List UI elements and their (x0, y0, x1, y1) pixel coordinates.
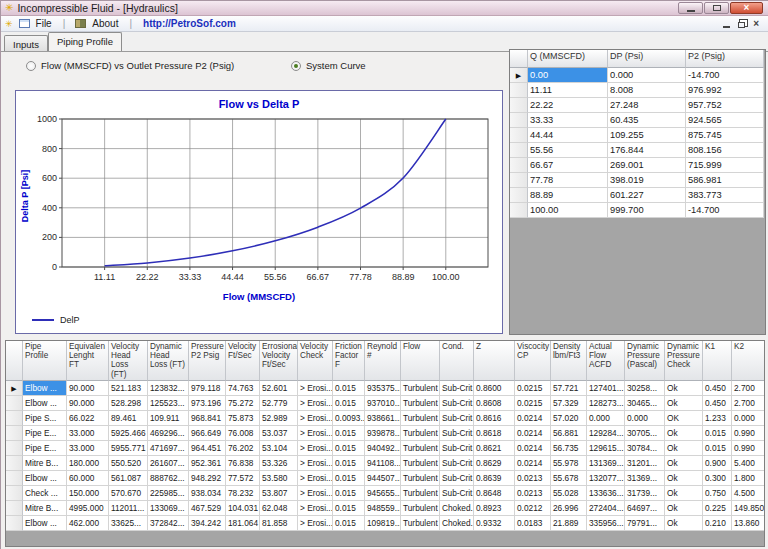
grid-cell[interactable]: 0.0214 (515, 456, 551, 471)
grid-cell[interactable]: 528.298 (109, 396, 148, 411)
grid-cell[interactable]: 44.44 (528, 128, 608, 143)
grid-cell[interactable]: 888762... (148, 471, 189, 486)
grid-cell[interactable]: 150.000 (67, 486, 109, 501)
grid-cell[interactable]: 0.8616 (474, 411, 515, 426)
grid-cell[interactable]: 938661... (365, 411, 401, 426)
grid-cell[interactable]: Turbulent (401, 381, 440, 396)
grid-cell[interactable]: 935375... (365, 381, 401, 396)
grid-cell[interactable]: 30258... (625, 381, 665, 396)
mdi-close-icon[interactable]: × (753, 19, 759, 29)
grid-cell[interactable]: -14.700 (686, 203, 764, 218)
grid-cell[interactable]: 55.678 (551, 471, 587, 486)
row-selector[interactable] (510, 83, 528, 98)
grid-cell[interactable]: 76.202 (226, 441, 260, 456)
grid-cell[interactable]: 0.8621 (474, 441, 515, 456)
grid-cell[interactable]: 1.233 (703, 411, 732, 426)
grid-cell[interactable]: 394.242 (189, 516, 226, 531)
grid-cell[interactable]: 33.000 (67, 441, 109, 456)
grid-cell[interactable]: Sub-Crit... (440, 441, 474, 456)
grid-cell[interactable]: 0.8923 (474, 501, 515, 516)
column-header[interactable]: K2 (732, 341, 765, 381)
grid-cell[interactable]: > Erosi... (298, 456, 333, 471)
grid-cell[interactable]: Choked... (440, 516, 474, 531)
grid-cell[interactable]: 0.450 (703, 396, 732, 411)
column-header[interactable]: Cond. (440, 341, 474, 381)
column-header[interactable]: Velocity Check (298, 341, 333, 381)
row-selector[interactable] (510, 173, 528, 188)
grid-cell[interactable]: 57.329 (551, 396, 587, 411)
grid-cell[interactable]: 55.56 (528, 143, 608, 158)
grid-cell[interactable]: 33625... (109, 516, 148, 531)
column-header[interactable]: Dynamic Pressure Check (665, 341, 703, 381)
grid-cell[interactable]: 0.000 (625, 411, 665, 426)
grid-cell[interactable]: 81.858 (260, 516, 298, 531)
grid-cell[interactable]: 372842... (148, 516, 189, 531)
row-selector[interactable] (510, 128, 528, 143)
grid-cell[interactable]: 100.00 (528, 203, 608, 218)
grid-cell[interactable]: 957.752 (686, 98, 764, 113)
radio-system-curve[interactable]: System Curve (291, 60, 366, 71)
grid-cell[interactable]: Choked... (440, 501, 474, 516)
grid-cell[interactable]: 383.773 (686, 188, 764, 203)
grid-cell[interactable]: 181.064 (226, 516, 260, 531)
grid-cell[interactable]: 586.981 (686, 173, 764, 188)
grid-cell[interactable]: 33.000 (67, 426, 109, 441)
grid-cell[interactable]: Ok (665, 486, 703, 501)
grid-cell[interactable]: > Erosi... (298, 411, 333, 426)
grid-cell[interactable]: Elbow ... (23, 516, 67, 531)
grid-cell[interactable]: 335956... (587, 516, 625, 531)
grid-cell[interactable]: 77.78 (528, 173, 608, 188)
grid-cell[interactable]: 976.992 (686, 83, 764, 98)
grid-cell[interactable]: 0.990 (732, 426, 765, 441)
grid-cell[interactable]: 125523... (148, 396, 189, 411)
grid-cell[interactable]: 30465... (625, 396, 665, 411)
grid-cell[interactable]: 0.8639 (474, 471, 515, 486)
grid-cell[interactable]: 132077... (587, 471, 625, 486)
grid-cell[interactable]: Ok (665, 396, 703, 411)
grid-cell[interactable]: 0.0213 (515, 486, 551, 501)
grid-cell[interactable]: 261607... (148, 456, 189, 471)
row-selector[interactable] (6, 426, 23, 441)
grid-cell[interactable]: 5955.771 (109, 441, 148, 456)
grid-cell[interactable]: 715.999 (686, 158, 764, 173)
column-header[interactable]: Dynamic Pressure (Pascal) (625, 341, 665, 381)
grid-cell[interactable]: 0.015 (333, 396, 365, 411)
grid-cell[interactable]: 2.700 (732, 381, 765, 396)
grid-cell[interactable]: 78.232 (226, 486, 260, 501)
grid-cell[interactable]: 109.255 (608, 128, 686, 143)
grid-cell[interactable]: 0.015 (703, 441, 732, 456)
row-selector[interactable] (6, 456, 23, 471)
row-selector[interactable]: ▶ (510, 68, 528, 83)
grid-cell[interactable]: 0.210 (703, 516, 732, 531)
grid-cell[interactable]: 31369... (625, 471, 665, 486)
grid-cell[interactable]: 0.450 (703, 381, 732, 396)
row-selector[interactable] (6, 396, 23, 411)
grid-cell[interactable]: 999.700 (608, 203, 686, 218)
grid-cell[interactable]: 123832... (148, 381, 189, 396)
grid-cell[interactable]: Sub-Crit... (440, 471, 474, 486)
grid-cell[interactable]: Turbulent (401, 411, 440, 426)
grid-cell[interactable]: 0.0093... (333, 411, 365, 426)
grid-cell[interactable]: 808.156 (686, 143, 764, 158)
grid-cell[interactable]: 76.838 (226, 456, 260, 471)
grid-cell[interactable]: 109.911 (148, 411, 189, 426)
grid-cell[interactable]: Turbulent (401, 441, 440, 456)
grid-cell[interactable]: 131369... (587, 456, 625, 471)
grid-cell[interactable]: 52.601 (260, 381, 298, 396)
grid-cell[interactable]: > Erosi... (298, 426, 333, 441)
column-header[interactable]: Dynamic Head Loss (FT) (148, 341, 189, 381)
grid-cell[interactable]: Ok (665, 381, 703, 396)
row-selector[interactable] (510, 143, 528, 158)
grid-cell[interactable]: 0.015 (333, 381, 365, 396)
row-selector[interactable] (510, 188, 528, 203)
grid-cell[interactable]: 937010... (365, 396, 401, 411)
grid-cell[interactable]: 55.978 (551, 456, 587, 471)
grid-cell[interactable]: 4995.000 (67, 501, 109, 516)
grid-cell[interactable]: OK (665, 411, 703, 426)
grid-cell[interactable]: 0.9332 (474, 516, 515, 531)
row-selector[interactable] (510, 98, 528, 113)
column-header[interactable]: Viscocity CP (515, 341, 551, 381)
grid-cell[interactable]: Sub-Crit... (440, 456, 474, 471)
close-button[interactable]: × (730, 2, 763, 14)
grid-cell[interactable]: 0.015 (333, 516, 365, 531)
